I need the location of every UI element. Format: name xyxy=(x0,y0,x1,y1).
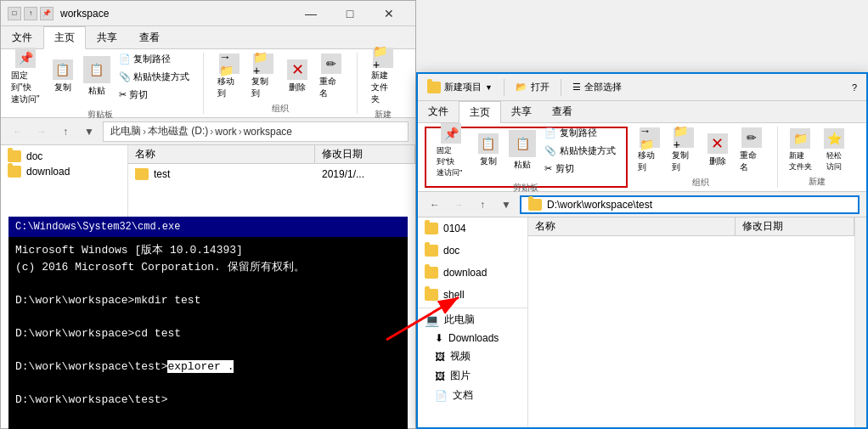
fg-pin-btn[interactable]: 📌 固定到"快速访问" xyxy=(433,121,470,180)
folder-icon-download xyxy=(8,166,21,178)
folder-icon-test xyxy=(135,168,149,180)
fg-file-area: 0104 doc download shell 💻 此电脑 ⬇ Downloa xyxy=(418,217,866,427)
fg-file-list xyxy=(528,236,854,427)
back-button[interactable]: ← xyxy=(8,121,28,142)
new-item-icon xyxy=(427,82,441,93)
pictures-icon: 🖼 xyxy=(435,370,445,382)
crumb-disk: 本地磁盘 (D:) xyxy=(148,124,208,138)
move-to-btn[interactable]: →📁 移动到 xyxy=(214,52,245,101)
nav-videos[interactable]: 🖼 视频 xyxy=(418,347,527,366)
copy-to-icon: 📁+ xyxy=(253,54,273,74)
nav-item-0104[interactable]: 0104 xyxy=(418,217,527,240)
cmd-line-7 xyxy=(15,342,401,358)
nav-pictures[interactable]: 🖼 图片 xyxy=(418,366,527,386)
bg-address-bar: ← → ↑ ▼ 此电脑 › 本地磁盘 (D:) › work › workspa… xyxy=(1,118,415,145)
fg-clipboard-group: 📌 固定到"快速访问" 📋 复制 📋 粘贴 📄 复制路径 📎 粘贴快捷方式 xyxy=(425,127,628,188)
minimize-button[interactable]: — xyxy=(291,1,330,26)
paste-icon: 📋 xyxy=(83,56,110,83)
fg-new-folder-btn[interactable]: 📁 新建文件夹 xyxy=(785,127,815,174)
fg-file-list-wrapper: 名称 修改日期 xyxy=(528,217,854,427)
organize-group: →📁 移动到 📁+ 复制到 ✕ 删除 ✏ 重命名 xyxy=(214,53,358,114)
fg-move-to-btn[interactable]: →📁 移动到 xyxy=(634,126,665,175)
fg-clipboard-buttons: 📌 固定到"快速访问" 📋 复制 📋 粘贴 📄 复制路径 📎 粘贴快捷方式 xyxy=(433,121,619,180)
fg-ribbon-tabs: 文件 主页 共享 查看 xyxy=(418,101,866,123)
nav-item-shell[interactable]: shell xyxy=(418,284,527,306)
organize-buttons: →📁 移动到 📁+ 复制到 ✕ 删除 ✏ 重命名 xyxy=(214,52,347,101)
open-btn[interactable]: 📂 打开 xyxy=(510,78,555,96)
fg-ribbon: 文件 主页 共享 查看 📌 固定到"快速访问" 📋 复制 📋 xyxy=(418,101,866,192)
fg-col-name[interactable]: 名称 xyxy=(528,217,736,235)
close-button[interactable]: ✕ xyxy=(369,1,409,26)
fg-tab-share[interactable]: 共享 xyxy=(501,101,542,122)
col-name[interactable]: 名称 xyxy=(128,145,315,163)
cut-btn[interactable]: ✂ 剪切 xyxy=(116,87,193,103)
address-path[interactable]: 此电脑 › 本地磁盘 (D:) › work › workspace xyxy=(103,121,409,142)
new-folder-btn[interactable]: 📁+ 新建文件夹 xyxy=(368,46,398,107)
cmd-line-1: Microsoft Windows [版本 10.0.14393] xyxy=(15,242,401,259)
up-button[interactable]: ↑ xyxy=(55,121,76,142)
fg-new-label: 新建 xyxy=(809,176,826,188)
fg-cut-btn[interactable]: ✂ 剪切 xyxy=(541,161,618,177)
bg-ribbon: 文件 主页 共享 查看 📌 固定到"快速访问" 📋 复制 📋 xyxy=(1,26,415,118)
col-date[interactable]: 修改日期 xyxy=(315,145,415,163)
nav-item-download[interactable]: download xyxy=(418,262,527,284)
file-cell-name: test xyxy=(128,168,315,180)
sidebar-item-doc[interactable]: doc xyxy=(1,149,127,164)
fg-up-button[interactable]: ↑ xyxy=(472,195,493,215)
cmd-title: C:\Windows\System32\cmd.exe xyxy=(15,221,180,233)
fg-back-button[interactable]: ← xyxy=(425,195,445,215)
nav-this-pc[interactable]: 💻 此电脑 xyxy=(418,310,527,330)
fg-tab-home[interactable]: 主页 xyxy=(459,101,501,123)
recent-button[interactable]: ▼ xyxy=(79,121,99,142)
sidebar-item-download[interactable]: download xyxy=(1,164,127,179)
fg-rename-btn[interactable]: ✏ 重命名 xyxy=(736,126,767,175)
fg-copy-path-btn[interactable]: 📄 复制路径 xyxy=(541,125,618,141)
help-btn[interactable]: ? xyxy=(846,80,863,95)
rename-btn[interactable]: ✏ 重命名 xyxy=(316,52,347,101)
fg-address-text: D:\work\workspace\test xyxy=(547,199,652,211)
pin-icon: 📌 xyxy=(15,48,36,68)
fg-tab-file[interactable]: 文件 xyxy=(418,101,459,122)
select-all-btn[interactable]: ☰ 全部选择 xyxy=(566,78,628,96)
fg-scrollbar[interactable] xyxy=(854,217,866,427)
fg-rename-icon: ✏ xyxy=(741,127,762,148)
videos-icon: 🖼 xyxy=(435,351,445,363)
documents-icon: 📄 xyxy=(435,390,448,402)
nav-item-doc[interactable]: doc xyxy=(418,240,527,262)
fg-easy-access-btn[interactable]: ⭐ 轻松访问 xyxy=(819,127,849,174)
nav-downloads[interactable]: ⬇ Downloads xyxy=(418,330,527,347)
cmd-line-8: D:\work\workspace\test>explorer . xyxy=(15,358,401,375)
delete-btn[interactable]: ✕ 删除 xyxy=(282,58,313,95)
fg-paste-shortcut-btn[interactable]: 📎 粘贴快捷方式 xyxy=(541,143,618,159)
pin-to-quick-access-btn[interactable]: 📌 固定到"快速访问" xyxy=(8,46,44,107)
fg-col-date[interactable]: 修改日期 xyxy=(736,217,854,235)
forward-button[interactable]: → xyxy=(31,121,52,142)
fg-delete-btn[interactable]: ✕ 删除 xyxy=(702,132,733,169)
new-item-btn[interactable]: 新建项目 ▼ xyxy=(421,78,499,96)
fg-organize-group: →📁 移动到 📁+ 复制到 ✕ 删除 ✏ 重命名 xyxy=(634,127,778,188)
fg-copy-btn[interactable]: 📋 复制 xyxy=(473,132,504,169)
paste-shortcut-btn[interactable]: 📎 粘贴快捷方式 xyxy=(116,69,193,85)
fg-copy-to-btn[interactable]: 📁+ 复制到 xyxy=(668,126,699,175)
new-item-chevron: ▼ xyxy=(485,83,493,92)
copy-to-btn[interactable]: 📁+ 复制到 xyxy=(248,52,279,101)
move-icon: →📁 xyxy=(219,54,240,74)
fg-forward-button[interactable]: → xyxy=(448,195,469,215)
copy-path-btn[interactable]: 📄 复制路径 xyxy=(116,51,193,67)
copy-btn[interactable]: 📋 复制 xyxy=(48,58,78,95)
maximize-button[interactable]: □ xyxy=(330,1,369,26)
fg-ribbon-content: 📌 固定到"快速访问" 📋 复制 📋 粘贴 📄 复制路径 📎 粘贴快捷方式 xyxy=(418,123,866,191)
cmd-content[interactable]: Microsoft Windows [版本 10.0.14393] (c) 20… xyxy=(8,237,408,413)
toolbar-divider-1 xyxy=(504,79,504,96)
fg-paste-btn[interactable]: 📋 粘贴 xyxy=(507,128,538,172)
paste-btn[interactable]: 📋 粘贴 xyxy=(82,54,112,99)
crumb-workspace: workspace xyxy=(244,126,292,138)
cmd-title-bar: C:\Windows\System32\cmd.exe xyxy=(8,217,408,237)
fg-recent-button[interactable]: ▼ xyxy=(496,195,516,215)
organize-label: 组织 xyxy=(272,103,289,115)
file-row-test[interactable]: test 2019/1/... xyxy=(128,164,415,184)
fg-address-input[interactable]: D:\work\workspace\test xyxy=(520,195,860,214)
fg-tab-view[interactable]: 查看 xyxy=(542,101,583,122)
nav-documents[interactable]: 📄 文档 xyxy=(418,386,527,405)
delete-icon: ✕ xyxy=(287,59,307,80)
